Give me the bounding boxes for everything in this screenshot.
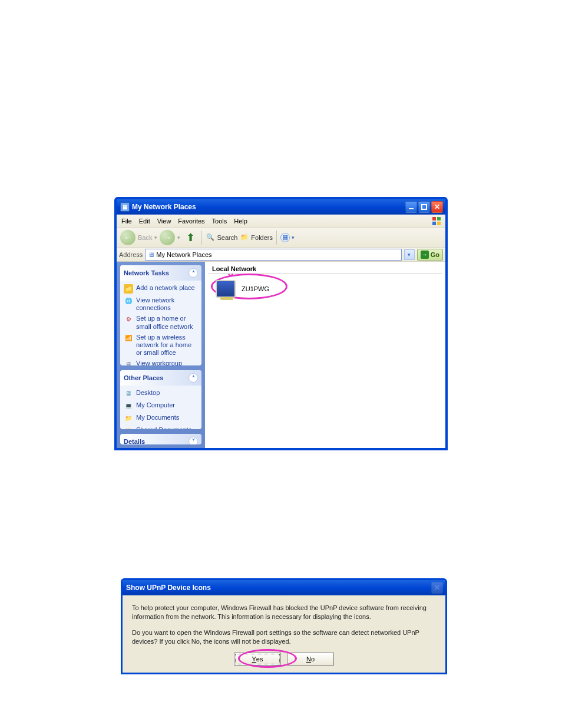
dialog-text-1: To help protect your computer, Windows F… <box>132 604 436 621</box>
go-button[interactable]: → Go <box>417 249 443 261</box>
computer-icon: 💻 <box>124 401 133 411</box>
task-setup-wireless[interactable]: 📶Set up a wireless network for a home or… <box>124 334 198 357</box>
up-button[interactable]: ⬆ <box>183 230 198 245</box>
titlebar[interactable]: 🖥 My Network Places ✕ <box>117 199 445 215</box>
address-value: My Network Places <box>156 251 211 258</box>
svg-rect-2 <box>432 217 436 220</box>
task-label: View workgroup computers <box>136 360 198 365</box>
device-icon <box>216 280 236 298</box>
network-tasks-header[interactable]: Network Tasks ˄ <box>120 265 201 281</box>
close-button[interactable]: ✕ <box>431 201 443 213</box>
svg-rect-4 <box>432 222 436 225</box>
task-view-connections[interactable]: 🌐View network connections <box>124 297 198 312</box>
dialog-title: Show UPnP Device Icons <box>126 584 211 592</box>
workgroup-icon: 🖥 <box>124 360 133 365</box>
dialog-titlebar[interactable]: Show UPnP Device Icons ✕ <box>123 580 445 595</box>
back-label: Back <box>138 234 152 241</box>
group-header: Local Network <box>209 263 442 274</box>
task-label: View network connections <box>136 297 198 312</box>
place-label: Shared Documents <box>136 426 191 429</box>
task-label: Set up a home or small office network <box>136 315 198 330</box>
dialog-body: To help protect your computer, Windows F… <box>123 595 445 673</box>
folders-label: Folders <box>251 234 273 241</box>
folders-button[interactable]: 📁 Folders <box>240 233 273 242</box>
shared-docs-icon: 📂 <box>124 426 133 429</box>
place-my-documents[interactable]: 📁My Documents <box>124 414 198 423</box>
yes-button[interactable]: Yes <box>234 653 281 666</box>
search-label: Search <box>217 234 237 241</box>
maximize-button[interactable] <box>418 201 430 213</box>
address-bar: Address 🖥 My Network Places ▾ → Go <box>117 248 445 262</box>
svg-rect-5 <box>437 222 441 225</box>
address-field[interactable]: 🖥 My Network Places <box>145 249 401 261</box>
device-label: ZU1PWG <box>242 285 269 292</box>
task-panel: Network Tasks ˄ 📁Add a network place 🌐Vi… <box>117 262 205 448</box>
place-label: My Documents <box>136 414 179 421</box>
annotation-mark: ⌄ <box>226 266 235 279</box>
no-suffix: o <box>311 655 315 663</box>
other-places-title: Other Places <box>124 374 163 381</box>
minimize-button[interactable] <box>405 201 417 213</box>
task-label: Add a network place <box>136 284 195 292</box>
content-pane: Local Network ⌄ ZU1PWG <box>205 262 445 448</box>
dialog-text-2: Do you want to open the Windows Firewall… <box>132 628 436 646</box>
home-network-icon: ⚙ <box>124 315 133 324</box>
folders-icon: 📁 <box>240 233 249 242</box>
details-header[interactable]: Details ˅ <box>120 434 201 444</box>
yes-suffix: es <box>256 655 263 663</box>
menu-view[interactable]: View <box>157 218 171 225</box>
svg-rect-0 <box>409 208 414 209</box>
back-button[interactable]: ← <box>120 230 135 245</box>
other-places-header[interactable]: Other Places ˄ <box>120 370 201 386</box>
menu-tools[interactable]: Tools <box>212 218 227 225</box>
dialog-close-button: ✕ <box>431 582 443 594</box>
place-label: My Computer <box>136 401 175 409</box>
network-places-icon: 🖥 <box>148 251 154 258</box>
my-network-places-window: 🖥 My Network Places ✕ File Edit View Fav… <box>114 197 448 450</box>
forward-button[interactable]: → <box>160 230 175 245</box>
menu-favorites[interactable]: Favorites <box>178 218 204 225</box>
menu-file[interactable]: File <box>121 218 132 225</box>
details-box: Details ˅ <box>120 434 201 444</box>
add-place-icon: 📁 <box>124 284 133 294</box>
upnp-dialog: Show UPnP Device Icons ✕ To help protect… <box>121 578 447 674</box>
menu-help[interactable]: Help <box>234 218 247 225</box>
place-my-computer[interactable]: 💻My Computer <box>124 401 198 411</box>
place-shared-documents[interactable]: 📂Shared Documents <box>124 426 198 429</box>
other-places-box: Other Places ˄ 🖥Desktop 💻My Computer 📁My… <box>120 370 201 429</box>
place-desktop[interactable]: 🖥Desktop <box>124 389 198 398</box>
task-add-network-place[interactable]: 📁Add a network place <box>124 284 198 294</box>
connections-icon: 🌐 <box>124 297 133 306</box>
go-label: Go <box>431 251 439 258</box>
place-label: Desktop <box>136 389 160 397</box>
svg-rect-1 <box>422 205 427 209</box>
network-tasks-title: Network Tasks <box>124 269 169 276</box>
address-label: Address <box>119 251 143 258</box>
details-title: Details <box>124 438 145 444</box>
views-button[interactable]: ▦ ▾ <box>280 233 295 242</box>
window-title: My Network Places <box>132 203 196 211</box>
upnp-device-item[interactable]: ZU1PWG <box>216 280 445 298</box>
chevron-down-icon: ˅ <box>189 437 198 444</box>
windows-flag-icon <box>431 216 443 226</box>
desktop-icon: 🖥 <box>124 389 133 398</box>
task-label: Set up a wireless network for a home or … <box>136 334 198 357</box>
network-tasks-box: Network Tasks ˄ 📁Add a network place 🌐Vi… <box>120 265 201 365</box>
search-button[interactable]: 🔍 Search <box>206 233 237 242</box>
chevron-up-icon: ˄ <box>189 268 198 278</box>
svg-rect-3 <box>437 217 441 220</box>
wireless-icon: 📶 <box>124 334 133 343</box>
search-icon: 🔍 <box>206 233 215 242</box>
address-dropdown-button[interactable]: ▾ <box>404 249 415 260</box>
chevron-up-icon: ˄ <box>189 373 198 383</box>
task-setup-home-network[interactable]: ⚙Set up a home or small office network <box>124 315 198 330</box>
go-icon: → <box>421 251 429 259</box>
views-icon: ▦ <box>280 233 290 242</box>
task-view-workgroup[interactable]: 🖥View workgroup computers <box>124 360 198 365</box>
menubar: File Edit View Favorites Tools Help <box>117 215 445 228</box>
toolbar: ← Back ▾ → ▾ ⬆ 🔍 Search 📁 Folders ▦ ▾ <box>117 228 445 248</box>
documents-icon: 📁 <box>124 414 133 423</box>
no-button[interactable]: No <box>287 653 334 666</box>
network-places-icon: 🖥 <box>120 202 130 212</box>
menu-edit[interactable]: Edit <box>139 218 150 225</box>
